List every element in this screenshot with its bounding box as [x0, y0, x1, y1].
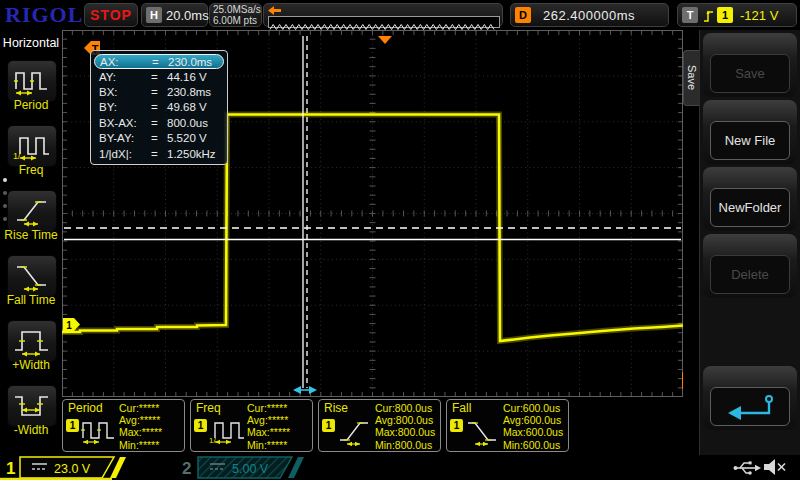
svg-text:1: 1: [66, 320, 72, 331]
acquisition-info-box: 25.0MSa/s 6.00M pts: [209, 3, 262, 27]
freq-icon: 1/: [209, 416, 245, 446]
menu-slot: New File: [703, 100, 797, 164]
trigger-badge: T: [682, 7, 698, 23]
rise-icon: [337, 416, 373, 446]
cursor-row-ay: AY:=44.16 V: [94, 69, 224, 84]
menu-slot: NewFolder: [703, 167, 797, 231]
rise-time-icon: [13, 195, 51, 227]
h-badge: H: [146, 7, 162, 23]
cursor-row-bx-ax: BX-AX:=800.0us: [94, 115, 224, 130]
cursor-row-inv-dx: 1/|dX|:=1.250kHz: [94, 146, 224, 161]
new-folder-button[interactable]: NewFolder: [710, 188, 790, 227]
menu-item-fall-time[interactable]: [7, 255, 57, 297]
menu-page-dot: [3, 204, 7, 208]
ch1-number: 1: [6, 459, 15, 478]
menu-item-neg-width[interactable]: [7, 385, 57, 427]
trigger-source-badge: 1: [717, 7, 733, 23]
waveform-preview-box: [263, 3, 503, 27]
cursor-row-by-ay: BY-AY:=5.520 V: [94, 131, 224, 146]
new-file-button[interactable]: New File: [710, 121, 790, 160]
preview-position-arrow-icon: [267, 5, 283, 16]
measurement-box-rise[interactable]: Rise 1 Cur:800.0us Avg:800.0us Max:800.0…: [318, 399, 441, 452]
horizontal-scale-box: H 20.0ms: [141, 3, 208, 27]
menu-slot: Delete: [703, 234, 797, 298]
save-menu-tab[interactable]: Save: [683, 50, 700, 106]
trigger-slope-rising-icon: [702, 7, 715, 24]
cursor-horizontal-drag-icon[interactable]: [293, 386, 317, 394]
fall-icon: [465, 416, 501, 446]
menu-label-pos-width: +Width: [0, 358, 62, 372]
freq-icon: 1/: [13, 130, 51, 162]
measurement-box-fall[interactable]: Fall 1 Cur:600.0us Avg:600.0us Max:600.0…: [446, 399, 569, 452]
menu-slot: Save: [703, 33, 797, 97]
memory-depth: 6.00M pts: [213, 15, 257, 26]
svg-text:1/: 1/: [209, 436, 216, 445]
horizontal-reference-marker-icon[interactable]: [378, 36, 392, 44]
trigger-info-box: T 1 -121 V: [677, 3, 797, 27]
cursor-row-ax: AX:=230.0ms: [94, 54, 224, 69]
back-button[interactable]: [710, 387, 790, 426]
preview-waveform: [270, 25, 494, 30]
menu-page-dot: [3, 217, 7, 221]
menu-label-neg-width: -Width: [0, 423, 62, 437]
delay-badge: D: [515, 7, 531, 23]
channel-badge: 1: [450, 419, 463, 432]
menu-page-dot: [3, 191, 7, 195]
memory-waveform-strip: [268, 16, 500, 28]
cursor-readout-panel: AX:=230.0ms AY:=44.16 V BX:=230.8ms BY:=…: [90, 50, 228, 165]
ch2-number: 2: [182, 459, 191, 478]
right-soft-menu: Save New File NewFolder Delete: [699, 30, 800, 455]
run-state-indicator[interactable]: STOP: [84, 3, 138, 27]
menu-label-freq: Freq: [0, 163, 62, 177]
speaker-muted-icon: [764, 459, 785, 475]
return-arrow-icon: [719, 393, 781, 421]
sample-rate: 25.0MSa/s: [213, 4, 261, 15]
period-icon: [13, 65, 51, 97]
horizontal-scale-value: 20.0ms: [166, 8, 209, 23]
usb-icon: [734, 461, 762, 474]
left-function-menu: Horizontal Period 1/ Freq: [0, 30, 62, 455]
channel-status-bar: 1 23.0 V 2 5.00 V: [0, 455, 800, 480]
channel-badge: 1: [194, 419, 207, 432]
run-state-label: STOP: [90, 7, 132, 23]
channel-1-tab[interactable]: 1 23.0 V: [0, 457, 126, 480]
svg-text:1/: 1/: [13, 151, 21, 161]
minus-width-icon: [13, 390, 51, 422]
menu-item-period[interactable]: [7, 60, 57, 102]
channel-badge: 1: [66, 419, 79, 432]
channel-badge: 1: [322, 419, 335, 432]
measurement-box-period[interactable]: Period 1 Cur:***** Avg:***** Max:***** M…: [62, 399, 185, 452]
rigol-logo: RIGOL: [5, 2, 83, 28]
period-icon: [81, 416, 117, 446]
trigger-delay-value: 262.400000ms: [543, 8, 635, 23]
cursor-row-by: BY:=49.68 V: [94, 100, 224, 115]
top-status-bar: RIGOL STOP H 20.0ms 25.0MSa/s 6.00M pts …: [0, 0, 800, 30]
menu-item-rise-time[interactable]: [7, 190, 57, 232]
trigger-level-value: -121 V: [740, 8, 778, 23]
trigger-delay-box: D 262.400000ms: [510, 3, 669, 27]
menu-item-pos-width[interactable]: [7, 320, 57, 362]
cursor-row-bx: BX:=230.8ms: [94, 84, 224, 99]
plus-width-icon: [13, 325, 51, 357]
menu-label-fall-time: Fall Time: [0, 293, 62, 307]
save-button: Save: [710, 54, 790, 93]
channel-2-tab[interactable]: 2 5.00 V: [182, 457, 304, 478]
measurement-box-freq[interactable]: Freq 1 1/ Cur:***** Avg:***** Max:***** …: [190, 399, 313, 452]
fall-time-icon: [13, 260, 51, 292]
menu-item-freq[interactable]: 1/: [7, 125, 57, 167]
menu-slot: [703, 366, 797, 430]
ch2-scale: 5.00 V: [232, 462, 269, 476]
menu-label-period: Period: [0, 98, 62, 112]
menu-page-dot: [3, 178, 7, 182]
ch1-scale: 23.0 V: [54, 462, 91, 476]
menu-label-rise-time: Rise Time: [0, 228, 62, 242]
left-menu-title: Horizontal: [0, 36, 62, 50]
delete-button: Delete: [710, 255, 790, 294]
